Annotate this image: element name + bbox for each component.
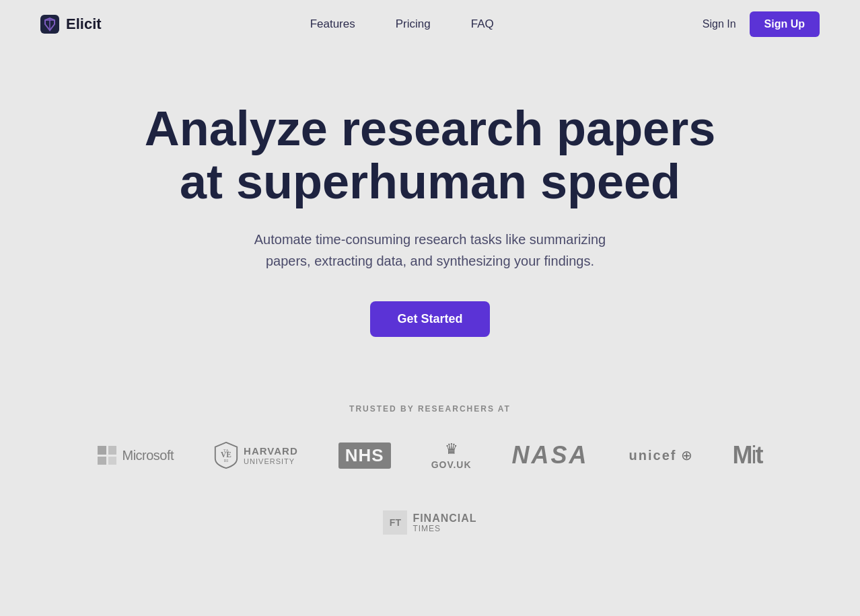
- financial-times-logo: FT FINANCIAL TIMES: [383, 510, 476, 535]
- unicef-emblem-icon: ⊕: [681, 447, 692, 463]
- get-started-button[interactable]: Get Started: [370, 301, 489, 337]
- govuk-text: GOV.UK: [431, 459, 472, 470]
- microsoft-logo: Microsoft: [98, 446, 174, 465]
- trusted-section: TRUSTED BY RESEARCHERS AT Microsoft VE R…: [0, 377, 860, 575]
- logo[interactable]: Elicit: [40, 15, 102, 34]
- nav-faq[interactable]: FAQ: [471, 17, 494, 31]
- nav-pricing[interactable]: Pricing: [396, 17, 431, 31]
- elicit-logo-icon: [40, 15, 59, 34]
- mit-logo: Mit: [733, 441, 762, 469]
- svg-text:TA: TA: [223, 449, 229, 453]
- hero-title: Analyze research papers at superhuman sp…: [145, 102, 715, 208]
- harvard-shield-icon: VE RI TA: [214, 442, 238, 469]
- nhs-text: NHS: [338, 442, 391, 469]
- harvard-logo: VE RI TA HARVARD UNIVERSITY: [214, 442, 298, 469]
- hero-section: Analyze research papers at superhuman sp…: [0, 48, 860, 377]
- microsoft-text: Microsoft: [122, 448, 174, 463]
- signup-button[interactable]: Sign Up: [750, 11, 820, 37]
- mit-text: Mit: [733, 441, 762, 469]
- nav-features[interactable]: Features: [310, 17, 355, 31]
- microsoft-icon: [98, 446, 116, 465]
- harvard-text: HARVARD UNIVERSITY: [244, 446, 298, 465]
- signin-button[interactable]: Sign In: [703, 18, 736, 30]
- logos-row: Microsoft VE RI TA HARVARD UNIVERSITY NH…: [40, 440, 820, 535]
- brand-name: Elicit: [66, 15, 102, 33]
- ft-text: FINANCIAL TIMES: [413, 512, 476, 533]
- govuk-text-block: GOV.UK: [431, 459, 472, 470]
- nav-actions: Sign In Sign Up: [703, 11, 820, 37]
- trusted-label: TRUSTED BY RESEARCHERS AT: [349, 404, 511, 414]
- unicef-logo: unicef ⊕: [629, 447, 692, 463]
- nhs-logo: NHS: [338, 442, 391, 469]
- nasa-text: NASA: [512, 441, 589, 469]
- svg-text:RI: RI: [224, 459, 229, 463]
- govuk-logo: ♛ GOV.UK: [431, 440, 472, 470]
- ft-square-icon: FT: [383, 510, 407, 535]
- hero-subtitle: Automate time-consuming research tasks l…: [235, 229, 625, 272]
- crown-icon: ♛: [445, 440, 458, 458]
- unicef-text: unicef: [629, 448, 677, 463]
- nav-links: Features Pricing FAQ: [310, 17, 494, 31]
- nasa-logo: NASA: [512, 441, 589, 469]
- navigation: Elicit Features Pricing FAQ Sign In Sign…: [0, 0, 860, 48]
